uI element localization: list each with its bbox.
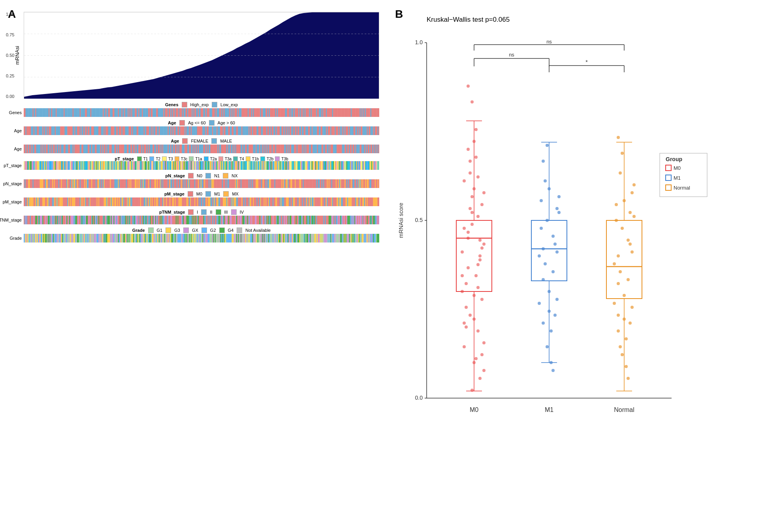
svg-point-3322 <box>627 377 630 380</box>
svg-point-3235 <box>478 377 482 380</box>
gender-track-svg <box>24 145 379 153</box>
svg-point-3270 <box>551 270 555 273</box>
genes-low-legend <box>212 102 217 107</box>
svg-point-3220 <box>480 298 484 301</box>
grade-track-container: Grade <box>24 234 379 243</box>
pt-track-label: pT_stage <box>0 163 22 168</box>
svg-point-3302 <box>630 306 634 309</box>
pn-legend-row: pN_stage N0 N1 NX <box>24 173 379 179</box>
svg-point-3251 <box>467 85 470 88</box>
svg-point-3306 <box>629 243 632 246</box>
m0-box <box>456 220 492 291</box>
svg-rect-3204 <box>378 234 379 243</box>
svg-point-3221 <box>463 179 466 182</box>
ptnm-track-label: pTNM_stage <box>0 218 22 222</box>
boxplot-title: Kruskal−Wallis test p=0.065 <box>427 16 754 24</box>
x-label-m0: M0 <box>470 406 478 413</box>
svg-point-3241 <box>476 215 480 218</box>
sig-m0-m1: ns <box>509 52 514 58</box>
svg-point-3304 <box>625 337 628 340</box>
svg-rect-1204 <box>378 145 379 153</box>
svg-point-3320 <box>632 183 636 186</box>
svg-point-3290 <box>557 195 561 198</box>
y-ticks: 1.00 0.75 0.50 0.25 0.00 <box>6 12 14 99</box>
svg-point-3245 <box>478 254 482 258</box>
svg-point-3236 <box>469 171 472 175</box>
ptnm-track-container: pTNM_stage <box>24 216 379 224</box>
svg-point-3273 <box>540 199 543 202</box>
svg-point-3230 <box>476 329 480 333</box>
pt-track-bar <box>24 161 379 170</box>
svg-point-3292 <box>551 369 555 372</box>
svg-point-3286 <box>544 262 547 265</box>
y-axis-label-text: mRNAsi score <box>398 203 404 238</box>
pm-track-label: pM_stage <box>0 199 22 204</box>
boxplot-wrapper: Kruskal−Wallis test p=0.065 0.0 0.5 1.0 … <box>395 16 754 528</box>
gender-track-container: Age <box>24 145 379 153</box>
legend-m1-label: M1 <box>674 175 681 181</box>
svg-point-3305 <box>619 171 622 175</box>
grade-track-label: Grade <box>0 236 22 241</box>
sig-m1-normal: * <box>585 59 588 65</box>
svg-point-3247 <box>474 128 478 131</box>
svg-rect-2804 <box>378 216 379 224</box>
svg-point-3301 <box>621 227 624 230</box>
svg-point-3255 <box>465 325 468 329</box>
pn-track-bar <box>24 179 379 188</box>
pm-legend-row: pM_stage M0 M1 MX <box>24 191 379 197</box>
svg-point-3319 <box>623 294 626 297</box>
grade-track-svg <box>24 234 379 243</box>
genes-track-label: Genes <box>0 110 22 115</box>
legend-title: Group <box>666 156 682 162</box>
svg-point-3321 <box>617 329 620 333</box>
svg-point-3240 <box>471 195 474 198</box>
svg-point-3287 <box>553 314 557 317</box>
boxplot-svg: 0.0 0.5 1.0 mRNAsi score M0 M1 Normal ns… <box>395 23 719 457</box>
genes-track-container: Genes <box>24 108 379 117</box>
svg-point-3218 <box>476 263 480 266</box>
svg-point-3256 <box>478 258 482 261</box>
genes-high-legend <box>182 102 187 107</box>
svg-point-3328 <box>629 211 632 214</box>
svg-rect-1604 <box>378 161 379 170</box>
age1-track-svg <box>24 126 379 135</box>
pt-legend-row: pT_stage T1 T2 T3 T3c T1a T2a T3a T4 T1b… <box>24 156 379 161</box>
age1-track-container: Age <box>24 126 379 135</box>
svg-point-3327 <box>619 345 622 348</box>
svg-point-3280 <box>538 254 541 258</box>
svg-point-3310 <box>613 262 616 265</box>
svg-point-3303 <box>615 203 618 206</box>
svg-point-3238 <box>482 243 486 246</box>
y-tick-0: 0.0 <box>415 395 423 401</box>
legend-m0-label: M0 <box>674 165 681 171</box>
svg-point-3222 <box>474 357 478 360</box>
svg-point-3272 <box>555 298 559 301</box>
gender-legend-row: Age FEMALE MALE <box>24 138 379 145</box>
age-gt60-legend <box>209 120 215 126</box>
svg-point-3281 <box>551 235 555 238</box>
svg-point-3274 <box>550 329 553 333</box>
gender-track-label: Age <box>0 147 22 151</box>
legend-normal-label: Normal <box>674 185 690 191</box>
svg-point-3223 <box>469 160 472 163</box>
svg-point-3258 <box>474 156 478 159</box>
svg-point-3232 <box>480 203 484 206</box>
svg-point-3275 <box>544 179 547 182</box>
svg-point-3311 <box>627 239 630 242</box>
genes-track-svg <box>24 108 379 117</box>
pt-track-container: pT_stage <box>24 161 379 170</box>
svg-point-3227 <box>482 191 486 194</box>
pn-track-label: pN_stage <box>0 181 22 186</box>
x-label-m1: M1 <box>545 406 553 413</box>
svg-rect-2004 <box>378 179 379 188</box>
grade-legend-row: Grade G1 G3 GX G2 G4 Not Available <box>24 227 379 234</box>
svg-point-3259 <box>461 274 464 277</box>
age1-legend-row: Age Ag <= 60 Age > 60 <box>24 120 379 126</box>
svg-point-3253 <box>480 246 484 250</box>
svg-point-3317 <box>629 321 632 325</box>
svg-point-3282 <box>546 345 549 348</box>
svg-point-3266 <box>480 353 484 356</box>
waterfall-container: mRNAsi 1.00 0.75 0.50 0.25 0.00 <box>24 12 379 99</box>
svg-rect-2404 <box>378 197 379 206</box>
svg-point-3294 <box>538 302 541 305</box>
